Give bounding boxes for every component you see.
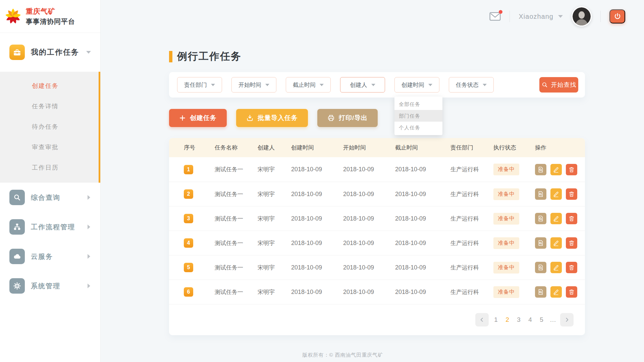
chevron-down-icon <box>86 51 91 54</box>
column-header: 创建人 <box>251 144 284 152</box>
status-badge: 准备中 <box>493 237 519 249</box>
document-search-icon <box>537 215 544 222</box>
table-row: 5 测试任务一 宋明宇 2018-10-09 2018-10-09 2018-1… <box>169 255 585 280</box>
deadline-date-cell: 2018-10-09 <box>388 264 444 271</box>
chevron-right-icon <box>88 225 90 229</box>
view-detail-button[interactable] <box>535 262 546 273</box>
task-name-cell: 测试任务一 <box>208 166 251 173</box>
submenu-item[interactable]: 审查审批 <box>0 137 100 158</box>
creator-cell: 宋明宇 <box>251 239 284 247</box>
page-number[interactable]: 5 <box>537 316 546 323</box>
delete-button[interactable] <box>566 286 577 298</box>
filter-dropdown-label: 任务状态 <box>456 81 479 89</box>
edit-button[interactable] <box>550 164 562 175</box>
page-number[interactable]: 4 <box>526 316 534 323</box>
filter-dropdown[interactable]: 开始时间 <box>231 77 276 93</box>
column-header: 截止时间 <box>388 144 444 152</box>
sidebar-item-workflow[interactable]: 工作流程管理 <box>0 212 100 242</box>
filter-dropdown[interactable]: 创建人 <box>340 77 385 93</box>
petro-sunburst-logo-icon <box>5 7 21 25</box>
dropdown-option[interactable]: 部门任务 <box>394 110 442 122</box>
search-button[interactable]: 开始查找 <box>539 77 578 93</box>
briefcase-icon <box>9 45 25 60</box>
status-badge: 准备中 <box>493 213 519 225</box>
page-number[interactable]: 2 <box>503 316 512 323</box>
view-detail-button[interactable] <box>535 213 546 224</box>
start-date-cell: 2018-10-09 <box>336 166 388 173</box>
filter-dropdown-label: 截止时间 <box>293 81 316 89</box>
submenu-item[interactable]: 待办任务 <box>0 117 100 137</box>
filter-dropdown[interactable]: 责任部门 <box>177 77 222 93</box>
edit-button[interactable] <box>550 213 562 224</box>
view-detail-button[interactable] <box>535 286 546 298</box>
row-number-badge: 1 <box>184 165 193 174</box>
start-date-cell: 2018-10-09 <box>336 240 388 247</box>
gear-icon <box>9 278 25 294</box>
department-cell: 生产运行科 <box>444 190 488 198</box>
sidebar-item-cloud[interactable]: 云服务 <box>0 242 100 271</box>
row-number-badge: 6 <box>184 287 193 297</box>
edit-button[interactable] <box>550 262 562 273</box>
filter-dropdown[interactable]: 创建时间 <box>394 77 439 93</box>
view-detail-button[interactable] <box>535 188 546 200</box>
delete-button[interactable] <box>566 262 577 273</box>
create-task-label: 创建任务 <box>190 114 217 122</box>
submenu-item[interactable]: 任务详情 <box>0 96 100 117</box>
delete-button[interactable] <box>566 213 577 224</box>
next-page-button[interactable] <box>560 313 574 326</box>
sidebar-item-label: 工作流程管理 <box>31 223 75 232</box>
pencil-icon <box>553 191 559 197</box>
edit-button[interactable] <box>550 286 562 298</box>
filter-dropdown[interactable]: 任务状态 <box>449 77 494 93</box>
chevron-right-icon <box>564 316 570 323</box>
edit-button[interactable] <box>550 188 562 200</box>
logout-button[interactable] <box>609 9 625 23</box>
start-date-cell: 2018-10-09 <box>336 215 388 222</box>
row-number-badge: 4 <box>184 238 193 248</box>
view-detail-button[interactable] <box>535 237 546 249</box>
deadline-date-cell: 2018-10-09 <box>388 289 444 296</box>
status-badge: 准备中 <box>493 164 519 175</box>
chevron-right-icon <box>88 195 90 200</box>
divider <box>600 11 601 22</box>
creator-cell: 宋明宇 <box>251 288 284 296</box>
edit-button[interactable] <box>550 237 562 249</box>
filter-dropdown[interactable]: 截止时间 <box>286 77 331 93</box>
view-detail-button[interactable] <box>535 164 546 175</box>
brand-logo-block: 重庆气矿 事事清协同平台 <box>0 0 100 33</box>
delete-button[interactable] <box>566 164 577 175</box>
chevron-down-icon <box>265 84 269 86</box>
created-date-cell: 2018-10-09 <box>284 289 336 296</box>
submenu-item[interactable]: 工作日历 <box>0 158 100 178</box>
chevron-down-icon <box>428 84 432 86</box>
created-date-cell: 2018-10-09 <box>284 264 336 271</box>
page-number[interactable]: 3 <box>515 316 523 323</box>
search-icon <box>9 190 25 205</box>
batch-import-button[interactable]: 批量导入任务 <box>236 109 308 127</box>
column-header: 序号 <box>184 144 208 152</box>
page-number[interactable]: … <box>549 316 557 323</box>
chevron-down-icon <box>483 84 487 86</box>
document-search-icon <box>537 289 544 295</box>
pencil-icon <box>553 264 559 271</box>
delete-button[interactable] <box>566 237 577 249</box>
page-number[interactable]: 1 <box>492 316 500 323</box>
brand-title-line1: 重庆气矿 <box>26 7 75 16</box>
dropdown-option[interactable]: 全部任务 <box>394 98 442 110</box>
chevron-down-icon <box>320 84 324 86</box>
department-cell: 生产运行科 <box>444 288 488 296</box>
submenu-item[interactable]: 创建任务 <box>0 76 100 96</box>
chevron-right-icon <box>88 284 90 288</box>
sidebar-item-my-tasks[interactable]: 我的工作任务 <box>0 33 100 72</box>
prev-page-button[interactable] <box>475 313 489 326</box>
department-cell: 生产运行科 <box>444 166 488 173</box>
sidebar-item-system[interactable]: 系统管理 <box>0 271 100 301</box>
filter-dropdown-label: 开始时间 <box>238 81 261 89</box>
create-task-button[interactable]: 创建任务 <box>169 109 227 127</box>
delete-button[interactable] <box>566 188 577 200</box>
page-title: 例行工作任务 <box>177 50 241 63</box>
print-export-button[interactable]: 打印/导出 <box>317 109 378 127</box>
sidebar-item-query[interactable]: 综合查询 <box>0 183 100 212</box>
dropdown-option[interactable]: 个人任务 <box>394 122 442 133</box>
start-date-cell: 2018-10-09 <box>336 264 388 271</box>
